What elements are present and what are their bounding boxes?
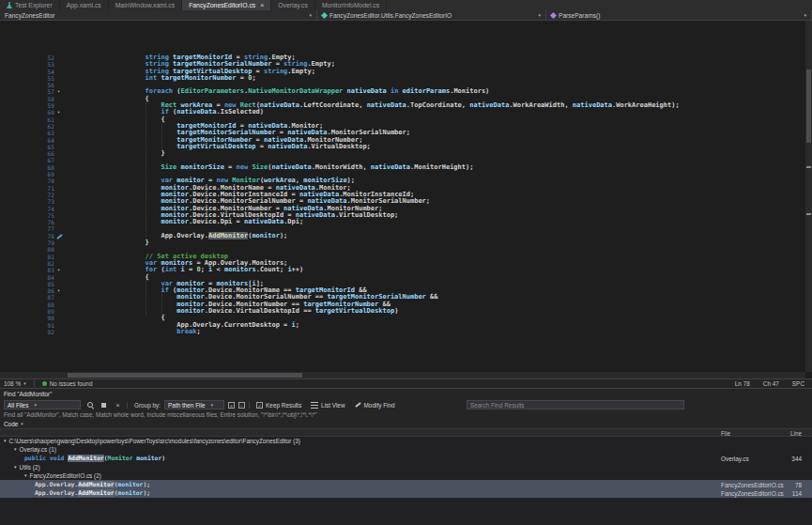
list-view-button[interactable]: List View (308, 400, 347, 409)
search-find-results-input[interactable] (467, 400, 684, 409)
code-line[interactable]: 68 Size monitorSize = new Size(nativeDat… (0, 164, 812, 171)
chevron-down-icon: ▾ (309, 13, 312, 18)
expand-arrow-icon[interactable]: ▾ (14, 465, 17, 470)
result-group-row[interactable]: ▾C:\Users\shaopengwang\Desktop\powertoys… (0, 437, 812, 445)
vertical-scrollbar[interactable] (805, 21, 812, 372)
result-group-row[interactable]: ▾FancyZonesEditorIO.cs (2) (0, 471, 812, 480)
glyph-margin (54, 246, 68, 253)
scrollbar-thumb[interactable] (806, 69, 811, 143)
collapse-all-icon[interactable]: − (238, 402, 245, 409)
line-number: 55 (0, 75, 54, 82)
group-by-label: Group by: (134, 402, 161, 409)
repeat-find-icon[interactable] (84, 400, 95, 409)
line-number: 91 (0, 322, 54, 329)
code-line[interactable]: 92 break; (0, 329, 812, 335)
type-name: FancyZonesEditor.Utils.FancyZonesEditorI… (329, 12, 452, 19)
line-number: 62 (0, 123, 54, 130)
tab-mainwindow-xaml-cs[interactable]: MainWindow.xaml.cs (109, 0, 182, 10)
tab-overlay-cs[interactable]: Overlay.cs (271, 0, 315, 10)
find-results-panel: Find "AddMonitor" All Files ▾ × Group by… (0, 388, 812, 525)
spaces-status[interactable]: SPC (792, 380, 804, 387)
line-number: 64 (0, 137, 54, 144)
type-dropdown[interactable]: FancyZonesEditor.Utils.FancyZonesEditorI… (317, 10, 546, 20)
member-dropdown[interactable]: ParseParams() ▾ (546, 10, 812, 20)
results-tree: ▾C:\Users\shaopengwang\Desktop\powertoys… (0, 437, 812, 525)
tab-app-xaml-cs[interactable]: App.xaml.cs (60, 0, 109, 10)
expand-arrow-icon[interactable]: ▾ (14, 447, 17, 452)
fold-chevron-icon[interactable]: ▾ (57, 109, 60, 116)
glyph-margin (54, 301, 68, 308)
tab-fancyzoneseditorio-cs[interactable]: FancyZonesEditorIO.cs× (182, 0, 271, 10)
line-number: 87 (0, 294, 54, 301)
fold-chevron-icon[interactable]: ▾ (57, 267, 60, 273)
code-line[interactable]: 55 int targetMonitorNumber = 0; (0, 75, 812, 82)
line-number: 80 (0, 246, 54, 253)
glyph-margin (54, 144, 68, 150)
stop-icon[interactable] (99, 400, 109, 409)
tab-monitorinfomodel-cs[interactable]: MonitorInfoModel.cs (315, 0, 387, 10)
modify-find-button[interactable]: Modify Find (352, 400, 398, 409)
code-editor[interactable]: 52 string targetMonitorId = string.Empty… (0, 21, 812, 378)
result-line: 114 (781, 490, 802, 497)
line-number: 75 (0, 212, 54, 219)
code-line[interactable]: 79 } (0, 239, 812, 246)
result-match-row[interactable]: App.Overlay.AddMonitor(monitor);FancyZon… (0, 489, 812, 498)
line-number: 71 (0, 185, 54, 192)
zoom-control[interactable]: 108 % ▾ (4, 380, 26, 387)
find-results-toolbar: All Files ▾ × Group by: Path then File ▾… (0, 398, 812, 411)
horizontal-scrollbar[interactable] (0, 372, 805, 378)
edit-pen-icon (56, 234, 63, 239)
result-file: Overlay.cs (721, 456, 749, 462)
document-health-indicator[interactable]: No issues found (42, 380, 93, 387)
glyph-margin (54, 206, 68, 212)
tab-test-explorer[interactable]: Test Explorer (0, 0, 60, 10)
project-dropdown[interactable]: FancyZonesEditor ▾ (0, 10, 317, 20)
line-number: 85 (0, 281, 54, 287)
glyph-margin (54, 178, 68, 184)
close-icon[interactable]: × (260, 2, 264, 8)
expand-arrow-icon[interactable]: ▾ (24, 473, 27, 478)
column-header-file[interactable]: File (721, 430, 730, 437)
expand-arrow-icon[interactable]: ▾ (4, 439, 7, 443)
result-group-row[interactable]: ▾Overlay.cs (1) (0, 445, 812, 454)
expand-all-icon[interactable]: + (228, 402, 235, 409)
line-number: 73 (0, 198, 54, 205)
glyph-margin (54, 82, 68, 88)
scrollbar-thumb[interactable] (68, 373, 302, 378)
line-number: 66 (0, 150, 54, 157)
divider (249, 402, 250, 409)
group-label: Utils (2) (20, 464, 40, 471)
scrollbar-match-mark (806, 166, 811, 168)
line-status[interactable]: Ln 78 (735, 380, 750, 387)
line-number: 70 (0, 178, 54, 184)
indent-guide (146, 102, 146, 239)
glyph-margin (54, 281, 68, 287)
clear-results-icon[interactable]: × (113, 400, 123, 409)
indent-guide (146, 281, 146, 315)
glyph-margin (54, 233, 68, 239)
code-line[interactable]: 76 monitor.Device.Dpi = nativeData.Dpi; (0, 219, 812, 225)
line-number: 90 (0, 315, 54, 321)
result-file: FancyZonesEditorIO.cs (721, 482, 784, 488)
code-filter-dropdown[interactable]: Code ▾ (0, 420, 812, 428)
line-number: 67 (0, 157, 54, 163)
glyph-margin (54, 157, 68, 163)
glyph-margin (54, 294, 68, 301)
line-number: 61 (0, 116, 54, 123)
scrollbar-match-mark (806, 213, 811, 215)
group-by-dropdown[interactable]: Path then File ▾ (164, 400, 224, 409)
result-group-row[interactable]: ▾Utils (2) (0, 463, 812, 471)
result-match-row[interactable]: public void AddMonitor(Monitor monitor)O… (0, 455, 812, 463)
scope-dropdown[interactable]: All Files ▾ (4, 400, 81, 409)
fold-chevron-icon[interactable]: ▾ (57, 88, 60, 95)
line-number: 72 (0, 192, 54, 198)
code-line[interactable]: 66 } (0, 150, 812, 157)
indent-guide (161, 294, 162, 315)
match-text: public void AddMonitor(Monitor monitor) (24, 455, 165, 462)
column-status[interactable]: Ch 47 (763, 380, 779, 387)
line-number: 68 (0, 164, 54, 171)
column-header-line[interactable]: Line (781, 430, 802, 437)
result-match-row[interactable]: App.Overlay.AddMonitor(monitor);FancyZon… (0, 480, 812, 488)
fold-chevron-icon[interactable]: ▾ (57, 287, 60, 294)
keep-results-toggle[interactable]: ✓ Keep Results (253, 400, 304, 409)
